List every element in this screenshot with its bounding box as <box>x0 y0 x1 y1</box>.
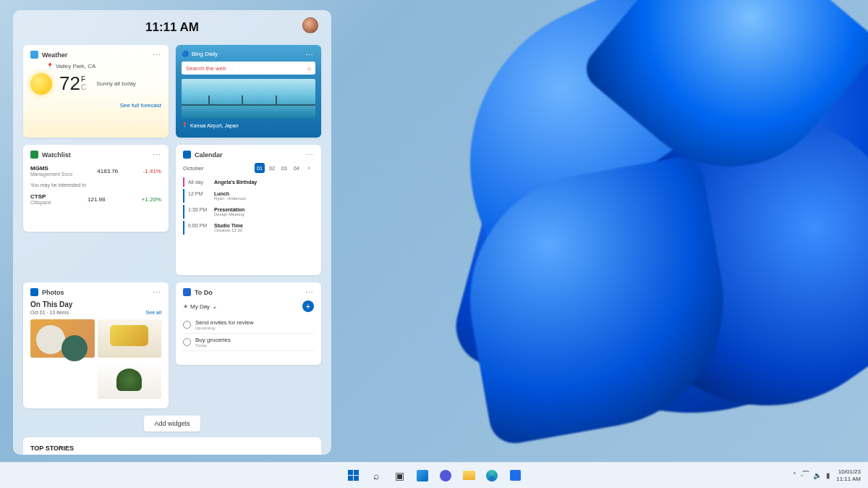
finance-icon <box>30 151 38 159</box>
panel-clock: 11:11 AM <box>145 20 199 35</box>
weather-widget[interactable]: Weather ⋯ 📍Valley Park, CA 72FC Sunny al… <box>23 45 169 138</box>
widget-menu-icon[interactable]: ⋯ <box>304 151 315 158</box>
stock-row[interactable]: MGMSManagement Svcs 4183.76 -1.41% <box>30 163 161 179</box>
bloom-graphic <box>275 0 868 478</box>
bing-icon: 🔵 <box>182 51 189 57</box>
todo-item[interactable]: Buy groceriesToday <box>183 334 314 351</box>
folder-icon <box>463 471 475 480</box>
file-explorer-button[interactable] <box>459 466 478 485</box>
bing-widget[interactable]: 🔵Bing Daily ⋯ Search the web ⌕ 📍Kansai A… <box>176 45 321 138</box>
store-button[interactable] <box>506 466 524 485</box>
search-icon: ⌕ <box>373 470 379 481</box>
widgets-panel: 11:11 AM Weather ⋯ 📍Valley Park, CA 72FC… <box>13 10 331 455</box>
start-button[interactable] <box>344 466 362 485</box>
todo-widget[interactable]: To Do ⋯ ☀My Day⌄ + Send invites for revi… <box>176 282 321 365</box>
bing-title: Bing Daily <box>192 51 218 57</box>
widget-menu-icon[interactable]: ⋯ <box>151 51 163 58</box>
chevron-right-icon: › <box>304 163 314 173</box>
weather-location: 📍Valley Park, CA <box>46 63 161 70</box>
chat-button[interactable] <box>436 466 455 485</box>
photo-grid <box>30 319 161 399</box>
sun-icon <box>30 73 52 95</box>
wifi-icon[interactable]: ◦⁀ <box>801 471 809 479</box>
widget-menu-icon[interactable]: ⋯ <box>304 288 315 295</box>
photos-subtitle: On This Day <box>30 300 161 308</box>
weather-desc: Sunny all today <box>96 80 136 87</box>
battery-icon[interactable]: ▮ <box>826 471 830 479</box>
photo-thumbnail[interactable] <box>98 361 162 399</box>
weather-icon <box>30 51 38 59</box>
edge-button[interactable] <box>482 466 501 485</box>
news-section-title: TOP STORIES <box>30 445 314 452</box>
todo-title: To Do <box>195 289 213 296</box>
photos-widget[interactable]: Photos ⋯ On This Day Oct 01 · 13 items S… <box>23 282 169 408</box>
finance-note: You may be interested in <box>30 182 161 188</box>
taskbar-center: ⌕ ▣ <box>344 466 524 485</box>
system-tray[interactable]: ˄ ◦⁀ 🔈 ▮ <box>793 471 831 479</box>
search-icon[interactable]: ⌕ <box>307 64 311 72</box>
news-widget[interactable]: TOP STORIES CNN Today · 2 mins One of th… <box>23 437 321 455</box>
widgets-icon <box>417 470 428 481</box>
calendar-event[interactable]: 12 PMLunchRyan · Anderson <box>183 189 314 203</box>
calendar-days[interactable]: 01 02 03 04 › <box>255 163 314 173</box>
weather-forecast-link[interactable]: See full forecast <box>30 102 161 109</box>
calendar-event[interactable]: 6:00 PMStudio TimeCreative 12:30 <box>183 221 314 235</box>
photo-thumbnail[interactable] <box>30 319 95 358</box>
task-view-button[interactable]: ▣ <box>390 466 409 485</box>
photos-see-all-link[interactable]: See all <box>146 310 161 315</box>
edge-icon <box>486 470 498 481</box>
add-task-button[interactable]: + <box>302 300 314 312</box>
chevron-down-icon: ⌄ <box>212 303 218 310</box>
widget-menu-icon[interactable]: ⋯ <box>151 288 163 295</box>
weather-temp: 72FC <box>59 72 86 95</box>
checkbox-icon[interactable] <box>183 321 191 329</box>
calendar-widget[interactable]: Calendar ⋯ October 01 02 03 04 › All day… <box>176 145 321 275</box>
bing-caption: 📍Kansai Airport, Japan <box>182 122 315 128</box>
add-widgets-button[interactable]: Add widgets <box>144 416 200 432</box>
finance-widget[interactable]: Watchlist ⋯ MGMSManagement Svcs 4183.76 … <box>23 145 169 232</box>
calendar-month: October <box>183 165 203 172</box>
widget-menu-icon[interactable]: ⋯ <box>151 151 163 158</box>
photos-icon <box>30 288 38 296</box>
chat-icon <box>440 470 451 481</box>
finance-title: Watchlist <box>42 151 71 159</box>
taskbar: ⌕ ▣ ˄ ◦⁀ 🔈 ▮ 10/01/23 11:11 AM <box>0 462 868 488</box>
todo-icon <box>183 288 191 296</box>
bing-search-input[interactable]: Search the web ⌕ <box>182 62 315 75</box>
panel-header: 11:11 AM <box>23 17 321 38</box>
todo-item[interactable]: Send invites for reviewUpcoming <box>183 316 314 334</box>
user-avatar[interactable] <box>302 17 318 33</box>
search-button[interactable]: ⌕ <box>367 466 386 485</box>
widget-menu-icon[interactable]: ⋯ <box>304 51 315 58</box>
calendar-event[interactable]: All dayAngela's Birthday <box>183 177 314 187</box>
checkbox-icon[interactable] <box>183 338 191 346</box>
widgets-button[interactable] <box>413 466 432 485</box>
stock-row[interactable]: CTSPCitispace 121.98 +1.20% <box>30 191 161 207</box>
task-view-icon: ▣ <box>395 470 404 481</box>
bing-daily-image <box>182 79 315 119</box>
todo-list-selector[interactable]: ☀My Day⌄ <box>183 303 218 310</box>
volume-icon[interactable]: 🔈 <box>813 471 822 479</box>
windows-logo-icon <box>348 470 359 481</box>
calendar-icon <box>183 151 191 159</box>
calendar-title: Calendar <box>195 151 223 159</box>
photo-thumbnail[interactable] <box>98 319 162 358</box>
photos-meta: Oct 01 · 13 items <box>30 310 69 315</box>
taskbar-clock[interactable]: 10/01/23 11:11 AM <box>836 468 861 482</box>
taskbar-right: ˄ ◦⁀ 🔈 ▮ 10/01/23 11:11 AM <box>793 468 861 482</box>
store-icon <box>510 470 521 481</box>
calendar-event[interactable]: 1:30 PMPresentationDesign Meeting <box>183 205 314 219</box>
photos-title: Photos <box>42 289 64 296</box>
chevron-up-icon[interactable]: ˄ <box>793 471 796 479</box>
weather-title: Weather <box>42 51 67 59</box>
